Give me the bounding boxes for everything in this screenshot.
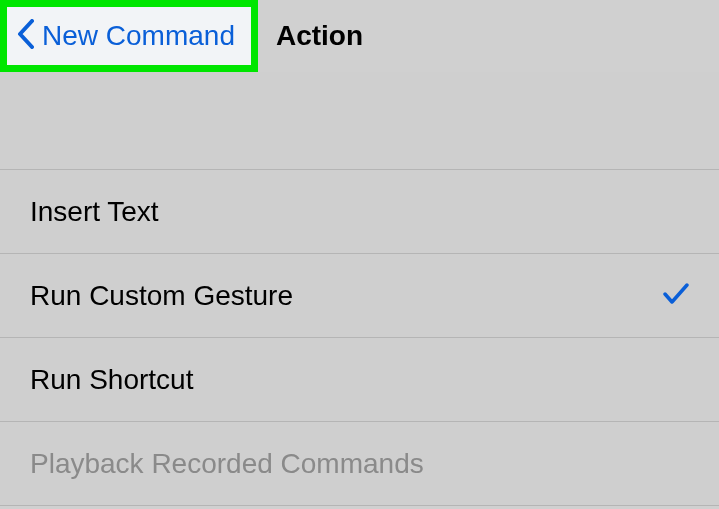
option-label: Playback Recorded Commands: [30, 448, 424, 480]
chevron-left-icon: [17, 19, 34, 54]
option-label: Run Custom Gesture: [30, 280, 293, 312]
back-button[interactable]: New Command: [0, 0, 258, 72]
back-label: New Command: [42, 20, 235, 52]
option-label: Insert Text: [30, 196, 159, 228]
option-insert-text[interactable]: Insert Text: [0, 170, 719, 254]
section-gap: [0, 72, 719, 170]
action-list: Insert Text Run Custom Gesture Run Short…: [0, 170, 719, 506]
option-run-custom-gesture[interactable]: Run Custom Gesture: [0, 254, 719, 338]
nav-bar: New Command Action: [0, 0, 719, 72]
option-label: Run Shortcut: [30, 364, 193, 396]
option-run-shortcut[interactable]: Run Shortcut: [0, 338, 719, 422]
page-title: Action: [276, 20, 363, 52]
option-playback-recorded-commands[interactable]: Playback Recorded Commands: [0, 422, 719, 506]
checkmark-icon: [663, 280, 689, 312]
